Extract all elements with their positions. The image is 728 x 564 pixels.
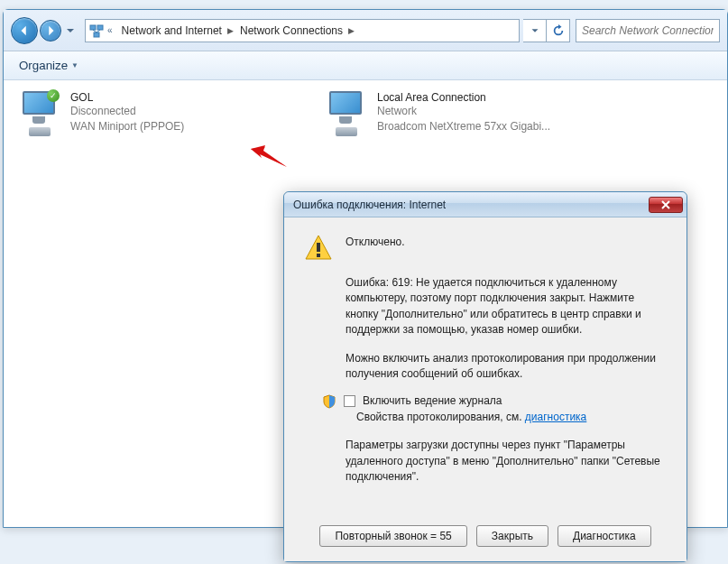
connection-icon: ✓ xyxy=(20,91,63,136)
network-icon xyxy=(89,23,104,38)
toolbar: Organize ▼ xyxy=(4,51,727,80)
chevron-down-icon xyxy=(66,26,75,35)
address-bar: « Network and Internet ▶ Network Connect… xyxy=(4,10,727,51)
error-dialog: Ошибка подключения: Internet Отключено. … xyxy=(283,191,687,562)
logging-properties-line: Свойства протоколирования, см. диагности… xyxy=(356,411,667,423)
connection-item-lan[interactable]: Local Area Connection Network Broadcom N… xyxy=(327,91,597,136)
dialog-titlebar[interactable]: Ошибка подключения: Internet xyxy=(284,192,687,217)
close-dialog-button[interactable]: Закрыть xyxy=(476,525,548,547)
breadcrumb[interactable]: « Network and Internet ▶ Network Connect… xyxy=(85,19,520,42)
logging-message: Можно включить анализ протоколирования п… xyxy=(346,351,667,383)
refresh-button[interactable] xyxy=(547,19,570,42)
connection-device: Broadcom NetXtreme 57xx Gigabi... xyxy=(377,119,550,134)
nav-history-dropdown[interactable] xyxy=(63,23,78,38)
dialog-title: Ошибка подключения: Internet xyxy=(293,199,649,211)
params-message: Параметры загрузки доступны через пункт … xyxy=(346,438,667,485)
organize-label: Organize xyxy=(19,59,68,72)
arrow-right-icon xyxy=(44,24,57,37)
nic-icon xyxy=(336,127,357,136)
svg-rect-0 xyxy=(90,25,96,30)
forward-button[interactable] xyxy=(40,20,61,42)
connection-status: Disconnected xyxy=(70,104,184,119)
svg-rect-5 xyxy=(317,243,320,252)
connection-device: WAN Miniport (PPPOE) xyxy=(70,119,184,134)
connection-title: Local Area Connection xyxy=(377,91,550,104)
checkbox-label: Включить ведение журнала xyxy=(363,394,502,407)
disconnected-label: Отключено. xyxy=(346,234,405,263)
search-input[interactable] xyxy=(582,24,714,37)
dialog-footer: Повторный звонок = 55 Закрыть Диагностик… xyxy=(284,516,687,561)
back-button[interactable] xyxy=(11,17,38,44)
error-message: Ошибка: 619: Не удается подключиться к у… xyxy=(346,275,667,338)
diagnostics-link[interactable]: диагностика xyxy=(525,411,586,423)
connection-title: GOL xyxy=(70,91,184,104)
connection-status: Network xyxy=(377,104,550,119)
connection-item-gol[interactable]: ✓ GOL Disconnected WAN Miniport (PPPOE) xyxy=(20,91,290,136)
chevron-right-icon[interactable]: ▶ xyxy=(227,26,235,35)
status-ok-icon: ✓ xyxy=(47,89,60,102)
search-box[interactable] xyxy=(576,19,720,42)
close-icon xyxy=(661,200,670,209)
shield-icon xyxy=(322,394,336,409)
refresh-dropdown[interactable] xyxy=(523,19,547,42)
organize-button[interactable]: Organize ▼ xyxy=(13,55,85,76)
svg-rect-2 xyxy=(94,32,99,37)
breadcrumb-history-icon[interactable]: « xyxy=(107,25,113,35)
breadcrumb-segment[interactable]: Network Connections xyxy=(236,24,346,37)
arrow-left-icon xyxy=(18,24,31,37)
svg-rect-1 xyxy=(97,25,103,30)
chevron-right-icon[interactable]: ▶ xyxy=(348,26,355,35)
modem-icon xyxy=(29,127,51,136)
diagnostics-button[interactable]: Диагностика xyxy=(558,525,651,547)
redial-button[interactable]: Повторный звонок = 55 xyxy=(319,525,466,547)
chevron-down-icon: ▼ xyxy=(71,61,78,69)
dialog-body: Отключено. Ошибка: 619: Не удается подкл… xyxy=(284,217,687,516)
refresh-icon xyxy=(552,24,565,37)
breadcrumb-segment[interactable]: Network and Internet xyxy=(118,24,226,37)
chevron-down-icon xyxy=(529,24,541,37)
connection-icon xyxy=(327,91,370,136)
close-button[interactable] xyxy=(649,197,683,213)
annotation-arrow xyxy=(251,140,287,167)
warning-icon xyxy=(304,234,333,263)
svg-rect-6 xyxy=(317,254,320,257)
enable-logging-checkbox[interactable] xyxy=(344,395,355,407)
connections-list: ✓ GOL Disconnected WAN Miniport (PPPOE) … xyxy=(4,80,727,147)
